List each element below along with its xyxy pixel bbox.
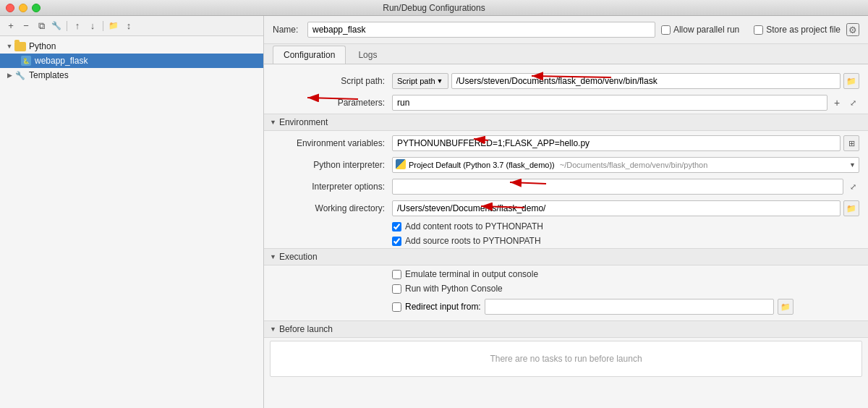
env-variables-label: Environment variables:: [273, 138, 392, 148]
add-source-roots-text: Add source roots to PYTHONPATH: [405, 236, 541, 246]
emulate-terminal-label[interactable]: Emulate terminal in output console: [392, 269, 538, 279]
tree-templates[interactable]: ▶ 🔧 Templates: [0, 68, 263, 82]
py-icon: [396, 159, 406, 171]
left-toolbar: + − ⧉ 🔧 ↑ ↓ 📁 ↕: [0, 16, 263, 36]
python-interpreter-dropdown[interactable]: Project Default (Python 3.7 (flask_demo)…: [392, 157, 859, 173]
sort-button[interactable]: ↕: [122, 20, 135, 33]
emulate-terminal-row: Emulate terminal in output console: [264, 267, 868, 281]
expand-parameter-button[interactable]: ⤢: [846, 96, 859, 109]
redirect-input-label-text: Redirect input from:: [405, 302, 481, 312]
script-path-label: Script path:: [273, 76, 392, 86]
python-folder-icon: [14, 41, 26, 52]
expand-interp-options-button[interactable]: ⤢: [846, 180, 859, 193]
interpreter-row: Python interpreter: Project Default (Pyt…: [264, 154, 868, 176]
browse-redirect-button[interactable]: 📁: [778, 299, 793, 315]
settings-button[interactable]: 🔧: [50, 20, 63, 33]
parameters-row: Parameters: + ⤢: [264, 92, 868, 114]
interpreter-subtext: ~/Documents/flask_demo/venv/bin/python: [560, 161, 708, 169]
add-content-roots-label[interactable]: Add content roots to PYTHONPATH: [392, 221, 543, 231]
add-content-roots-row: Add content roots to PYTHONPATH: [264, 219, 868, 234]
right-panel: Name: Allow parallel run Store as projec…: [264, 16, 868, 408]
add-source-roots-checkbox[interactable]: [392, 237, 401, 246]
left-panel: + − ⧉ 🔧 ↑ ↓ 📁 ↕ ▼ Python: [0, 16, 264, 408]
redirect-input-row: Redirect input from: 📁: [264, 296, 868, 318]
webapp-flask-label: webapp_flask: [35, 56, 88, 66]
interpreter-options-input[interactable]: [392, 179, 843, 195]
move-to-button[interactable]: 📁: [107, 20, 120, 33]
working-directory-input[interactable]: [392, 200, 841, 216]
execution-section-header[interactable]: ▼ Execution: [264, 248, 868, 265]
script-type-button[interactable]: Script path ▼: [392, 73, 448, 89]
run-python-console-text: Run with Python Console: [405, 284, 503, 294]
name-input[interactable]: [307, 22, 655, 38]
python-interpreter-label: Python interpreter:: [273, 160, 392, 170]
move-down-button[interactable]: ↓: [86, 20, 99, 33]
redirect-checkbox-label[interactable]: Redirect input from:: [392, 302, 481, 312]
name-label: Name:: [273, 25, 302, 35]
environment-section-header[interactable]: ▼ Environment: [264, 114, 868, 131]
add-content-roots-text: Add content roots to PYTHONPATH: [405, 221, 543, 231]
tree-python-group[interactable]: ▼ Python: [0, 39, 263, 54]
run-python-console-label[interactable]: Run with Python Console: [392, 284, 503, 294]
add-config-button[interactable]: +: [4, 20, 17, 33]
add-source-roots-row: Add source roots to PYTHONPATH: [264, 234, 868, 248]
script-path-input[interactable]: [451, 73, 841, 89]
parameters-label: Parameters:: [273, 98, 392, 108]
remove-config-button[interactable]: −: [20, 20, 33, 33]
close-button[interactable]: [6, 4, 14, 12]
before-launch-content: There are no tasks to run before launch: [270, 341, 862, 377]
redirect-input-field[interactable]: [485, 299, 774, 315]
name-row: Name: Allow parallel run Store as projec…: [264, 16, 868, 44]
gear-button[interactable]: ⚙: [846, 23, 859, 36]
emulate-terminal-text: Emulate terminal in output console: [405, 269, 538, 279]
tabs-row: Configuration Logs: [264, 44, 868, 64]
window-controls[interactable]: [6, 4, 41, 12]
interpreter-text: Project Default (Python 3.7 (flask_demo)…: [409, 161, 856, 169]
before-launch-section: ▼ Before launch There are no tasks to ru…: [264, 320, 868, 377]
tab-configuration[interactable]: Configuration: [273, 46, 346, 64]
store-project-label[interactable]: Store as project file: [754, 25, 841, 35]
configuration-tree: ▼ Python 🐍 webapp_flask ▶: [0, 36, 263, 408]
browse-workdir-button[interactable]: 📁: [843, 200, 859, 216]
parameters-input[interactable]: [392, 95, 827, 111]
emulate-terminal-checkbox[interactable]: [392, 270, 401, 279]
templates-label: Templates: [29, 70, 69, 80]
minimize-button[interactable]: [19, 4, 27, 12]
browse-script-button[interactable]: 📁: [843, 73, 859, 89]
before-launch-title: Before launch: [279, 324, 333, 334]
add-content-roots-checkbox[interactable]: [392, 222, 401, 231]
templates-chevron: ▶: [4, 70, 14, 80]
script-path-row: Script path: Script path ▼ 📁: [264, 70, 868, 92]
flask-icon: 🐍: [20, 55, 32, 67]
tree-webapp-flask[interactable]: 🐍 webapp_flask: [0, 54, 263, 68]
title-bar: Run/Debug Configurations: [0, 0, 868, 16]
execution-section-title: Execution: [279, 252, 318, 262]
add-parameter-button[interactable]: +: [830, 96, 843, 109]
store-project-text: Store as project file: [766, 25, 841, 35]
move-up-button[interactable]: ↑: [71, 20, 84, 33]
maximize-button[interactable]: [32, 4, 41, 12]
working-directory-label: Working directory:: [273, 203, 392, 213]
env-edit-button[interactable]: ⊞: [843, 135, 859, 151]
allow-parallel-text: Allow parallel run: [673, 25, 739, 35]
before-launch-header[interactable]: ▼ Before launch: [264, 321, 868, 338]
environment-section-title: Environment: [279, 117, 328, 127]
no-tasks-text: There are no tasks to run before launch: [490, 354, 642, 364]
env-variables-row: Environment variables: ⊞: [264, 132, 868, 154]
run-python-console-row: Run with Python Console: [264, 281, 868, 296]
redirect-input-checkbox[interactable]: [392, 302, 401, 312]
add-source-roots-label[interactable]: Add source roots to PYTHONPATH: [392, 236, 541, 246]
config-content: Script path: Script path ▼ 📁 Parameters:: [264, 64, 868, 408]
tab-logs[interactable]: Logs: [347, 46, 388, 64]
python-group-label: Python: [29, 41, 56, 51]
allow-parallel-label[interactable]: Allow parallel run: [661, 25, 739, 35]
interpreter-options-row: Interpreter options: ⤢: [264, 176, 868, 197]
interpreter-options-label: Interpreter options:: [273, 182, 392, 192]
store-project-checkbox[interactable]: [754, 25, 763, 35]
allow-parallel-checkbox[interactable]: [661, 25, 671, 35]
working-directory-row: Working directory: 📁: [264, 197, 868, 219]
window-title: Run/Debug Configurations: [383, 3, 485, 13]
env-variables-input[interactable]: [392, 135, 841, 151]
copy-config-button[interactable]: ⧉: [35, 20, 48, 33]
run-python-console-checkbox[interactable]: [392, 284, 401, 294]
